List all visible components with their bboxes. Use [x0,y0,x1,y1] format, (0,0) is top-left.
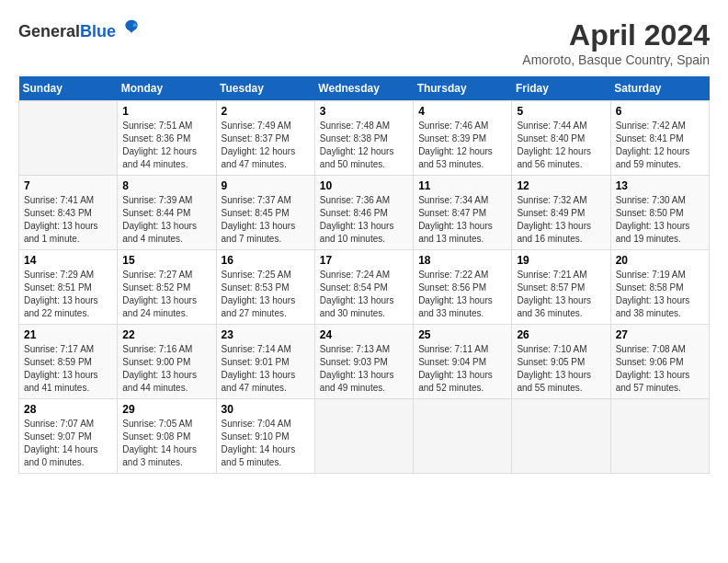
calendar-cell: 22 Sunrise: 7:16 AMSunset: 9:00 PMDaylig… [118,325,216,399]
day-number: 18 [418,254,506,267]
day-info: Sunrise: 7:44 AMSunset: 8:40 PMDaylight:… [517,120,605,171]
calendar-cell: 12 Sunrise: 7:32 AMSunset: 8:49 PMDaylig… [512,176,610,250]
day-number: 9 [222,179,310,192]
calendar-cell: 2 Sunrise: 7:49 AMSunset: 8:37 PMDayligh… [216,101,314,176]
calendar-cell: 20 Sunrise: 7:19 AMSunset: 8:58 PMDaylig… [610,250,709,325]
day-info: Sunrise: 7:04 AMSunset: 9:10 PMDaylight:… [222,418,310,469]
logo-blue: Blue [80,22,116,40]
day-number: 29 [122,403,210,416]
day-info: Sunrise: 7:46 AMSunset: 8:39 PMDaylight:… [418,120,506,171]
day-info: Sunrise: 7:19 AMSunset: 8:58 PMDaylight:… [616,269,704,320]
location-subtitle: Amoroto, Basque Country, Spain [522,52,710,67]
day-info: Sunrise: 7:41 AMSunset: 8:43 PMDaylight:… [24,194,112,246]
day-info: Sunrise: 7:11 AMSunset: 9:04 PMDaylight:… [418,343,506,395]
month-year-title: April 2024 [522,18,710,52]
calendar-cell: 29 Sunrise: 7:05 AMSunset: 9:08 PMDaylig… [118,399,216,474]
day-info: Sunrise: 7:07 AMSunset: 9:07 PMDaylight:… [24,418,112,469]
day-number: 15 [122,254,210,267]
calendar-cell: 24 Sunrise: 7:13 AMSunset: 9:03 PMDaylig… [314,325,413,399]
day-info: Sunrise: 7:27 AMSunset: 8:52 PMDaylight:… [122,269,210,320]
day-info: Sunrise: 7:14 AMSunset: 9:01 PMDaylight:… [222,343,310,395]
calendar-cell: 8 Sunrise: 7:39 AMSunset: 8:44 PMDayligh… [118,176,216,250]
header-sunday: Sunday [19,76,118,101]
day-number: 11 [418,179,506,192]
calendar-cell: 11 Sunrise: 7:34 AMSunset: 8:47 PMDaylig… [414,176,512,250]
day-info: Sunrise: 7:16 AMSunset: 9:00 PMDaylight:… [122,343,210,395]
logo-general: General [18,22,80,40]
day-info: Sunrise: 7:25 AMSunset: 8:53 PMDaylight:… [222,269,310,320]
day-number: 6 [616,105,704,118]
day-number: 20 [616,254,704,267]
calendar-cell: 30 Sunrise: 7:04 AMSunset: 9:10 PMDaylig… [216,399,314,474]
calendar-cell: 14 Sunrise: 7:29 AMSunset: 8:51 PMDaylig… [19,250,118,325]
calendar-cell: 21 Sunrise: 7:17 AMSunset: 8:59 PMDaylig… [19,325,118,399]
day-number: 21 [24,328,112,341]
header-tuesday: Tuesday [216,76,314,101]
day-info: Sunrise: 7:39 AMSunset: 8:44 PMDaylight:… [122,194,210,246]
calendar-cell: 6 Sunrise: 7:42 AMSunset: 8:41 PMDayligh… [610,101,709,176]
day-number: 12 [517,179,605,192]
day-info: Sunrise: 7:34 AMSunset: 8:47 PMDaylight:… [418,194,506,246]
day-info: Sunrise: 7:05 AMSunset: 9:08 PMDaylight:… [122,418,210,469]
day-number: 22 [122,328,210,341]
day-number: 13 [616,179,704,192]
logo-text: GeneralBlue [18,18,141,41]
day-number: 14 [24,254,112,267]
calendar-cell: 10 Sunrise: 7:36 AMSunset: 8:46 PMDaylig… [314,176,413,250]
title-section: April 2024 Amoroto, Basque Country, Spai… [522,18,710,67]
calendar-week-row-4: 21 Sunrise: 7:17 AMSunset: 8:59 PMDaylig… [19,325,710,399]
day-info: Sunrise: 7:30 AMSunset: 8:50 PMDaylight:… [616,194,704,246]
day-info: Sunrise: 7:51 AMSunset: 8:36 PMDaylight:… [122,120,210,171]
day-number: 17 [320,254,408,267]
day-number: 30 [222,403,310,416]
calendar-cell: 5 Sunrise: 7:44 AMSunset: 8:40 PMDayligh… [512,101,610,176]
day-info: Sunrise: 7:21 AMSunset: 8:57 PMDaylight:… [517,269,605,320]
day-info: Sunrise: 7:17 AMSunset: 8:59 PMDaylight:… [24,343,112,395]
day-info: Sunrise: 7:42 AMSunset: 8:41 PMDaylight:… [616,120,704,171]
day-number: 19 [517,254,605,267]
calendar-cell: 26 Sunrise: 7:10 AMSunset: 9:05 PMDaylig… [512,325,610,399]
day-info: Sunrise: 7:48 AMSunset: 8:38 PMDaylight:… [320,120,408,171]
day-number: 25 [418,328,506,341]
header-friday: Friday [512,76,610,101]
day-number: 2 [222,105,310,118]
calendar-cell [314,399,413,474]
day-number: 4 [418,105,506,118]
calendar-cell [610,399,709,474]
day-number: 23 [222,328,310,341]
header-monday: Monday [118,76,216,101]
day-number: 16 [222,254,310,267]
calendar-cell: 15 Sunrise: 7:27 AMSunset: 8:52 PMDaylig… [118,250,216,325]
calendar-cell: 27 Sunrise: 7:08 AMSunset: 9:06 PMDaylig… [610,325,709,399]
header-thursday: Thursday [414,76,512,101]
calendar-cell: 9 Sunrise: 7:37 AMSunset: 8:45 PMDayligh… [216,176,314,250]
day-info: Sunrise: 7:49 AMSunset: 8:37 PMDaylight:… [222,120,310,171]
calendar-cell: 3 Sunrise: 7:48 AMSunset: 8:38 PMDayligh… [314,101,413,176]
calendar-cell: 4 Sunrise: 7:46 AMSunset: 8:39 PMDayligh… [414,101,512,176]
calendar-cell [512,399,610,474]
calendar-cell: 1 Sunrise: 7:51 AMSunset: 8:36 PMDayligh… [118,101,216,176]
calendar-cell [414,399,512,474]
day-info: Sunrise: 7:36 AMSunset: 8:46 PMDaylight:… [320,194,408,246]
calendar-table: Sunday Monday Tuesday Wednesday Thursday… [18,76,710,474]
page-header: GeneralBlue April 2024 Amoroto, Basque C… [18,18,710,67]
calendar-week-row-3: 14 Sunrise: 7:29 AMSunset: 8:51 PMDaylig… [19,250,710,325]
logo-icon [122,18,141,37]
calendar-week-row-2: 7 Sunrise: 7:41 AMSunset: 8:43 PMDayligh… [19,176,710,250]
day-info: Sunrise: 7:32 AMSunset: 8:49 PMDaylight:… [517,194,605,246]
day-info: Sunrise: 7:37 AMSunset: 8:45 PMDaylight:… [222,194,310,246]
calendar-week-row-5: 28 Sunrise: 7:07 AMSunset: 9:07 PMDaylig… [19,399,710,474]
day-number: 24 [320,328,408,341]
calendar-cell: 28 Sunrise: 7:07 AMSunset: 9:07 PMDaylig… [19,399,118,474]
day-info: Sunrise: 7:10 AMSunset: 9:05 PMDaylight:… [517,343,605,395]
header-wednesday: Wednesday [314,76,413,101]
calendar-header-row: Sunday Monday Tuesday Wednesday Thursday… [19,76,710,101]
day-number: 27 [616,328,704,341]
calendar-cell: 16 Sunrise: 7:25 AMSunset: 8:53 PMDaylig… [216,250,314,325]
day-info: Sunrise: 7:29 AMSunset: 8:51 PMDaylight:… [24,269,112,320]
day-info: Sunrise: 7:24 AMSunset: 8:54 PMDaylight:… [320,269,408,320]
calendar-cell: 7 Sunrise: 7:41 AMSunset: 8:43 PMDayligh… [19,176,118,250]
logo: GeneralBlue [18,18,141,41]
calendar-cell: 17 Sunrise: 7:24 AMSunset: 8:54 PMDaylig… [314,250,413,325]
day-info: Sunrise: 7:08 AMSunset: 9:06 PMDaylight:… [616,343,704,395]
